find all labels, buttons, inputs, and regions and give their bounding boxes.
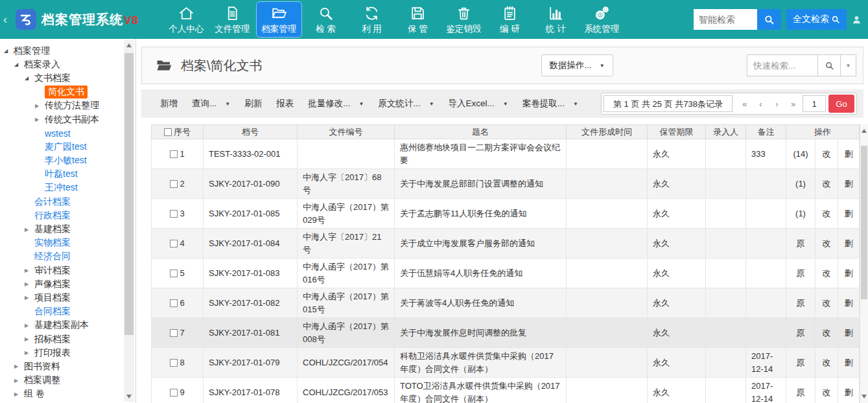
row-checkbox[interactable]: [170, 150, 178, 158]
delete-link[interactable]: 删: [838, 229, 860, 259]
tree-node-selected[interactable]: 简化文书: [0, 86, 135, 99]
row-checkbox[interactable]: [170, 359, 178, 367]
column-header[interactable]: 录入人: [706, 125, 746, 139]
tree-collapsed-icon[interactable]: ▶: [35, 103, 45, 109]
edit-link[interactable]: 改: [815, 288, 838, 318]
nav-tab-search[interactable]: 检 索: [303, 0, 349, 39]
tree-node[interactable]: 合同档案: [0, 305, 135, 319]
tree-node[interactable]: ▶基建档案: [0, 222, 135, 236]
last-page-button[interactable]: »: [785, 95, 801, 112]
tree-collapsed-icon[interactable]: ▶: [14, 363, 24, 369]
original-link[interactable]: 原: [786, 318, 815, 348]
quick-search-options-button[interactable]: ▼: [841, 54, 856, 76]
tree-node[interactable]: ▶项目档案: [0, 291, 135, 305]
tree-expanded-icon[interactable]: ◢: [14, 62, 24, 67]
tree-node[interactable]: ▶传统文书副本: [0, 113, 135, 126]
toolbar-button[interactable]: 批量修改...▼: [302, 94, 369, 113]
row-checkbox[interactable]: [170, 180, 178, 188]
edit-link[interactable]: 改: [815, 318, 838, 348]
original-link[interactable]: 原: [786, 288, 815, 318]
tree-node[interactable]: ▶审计档案: [0, 264, 135, 277]
table-row[interactable]: 1TEST-3333-02-001惠州德赛地块项目一二期方案评审会会议纪要永久3…: [152, 139, 860, 169]
tree-node[interactable]: 李小敏test: [0, 154, 135, 168]
table-row[interactable]: 9SJKY-2017-01-078COHL/JZCG/2017/053TOTO卫…: [152, 378, 860, 403]
delete-link[interactable]: 删: [838, 288, 860, 318]
column-header[interactable]: 操作: [786, 125, 860, 139]
delete-link[interactable]: 删: [838, 259, 860, 288]
data-operations-button[interactable]: 数据操作... ▼: [541, 54, 613, 76]
tree-collapsed-icon[interactable]: ▶: [25, 295, 34, 301]
tree-expanded-icon[interactable]: ◢: [4, 48, 14, 54]
original-link[interactable]: 原: [786, 348, 815, 378]
delete-link[interactable]: 删: [838, 318, 860, 348]
toolbar-button[interactable]: 导入Excel...▼: [443, 94, 514, 113]
smart-search-button[interactable]: [757, 9, 781, 30]
tree-expanded-icon[interactable]: ◢: [25, 75, 34, 81]
tree-node[interactable]: 经济合同: [0, 250, 135, 264]
tree-node[interactable]: 实物档案: [0, 236, 135, 250]
delete-link[interactable]: 删: [838, 348, 860, 378]
tree-node[interactable]: 会计档案: [0, 195, 135, 209]
row-checkbox[interactable]: [170, 389, 178, 397]
delete-link[interactable]: 删: [838, 139, 860, 169]
nav-tab-archive-management[interactable]: 档案管理: [256, 1, 302, 38]
column-header[interactable]: 备注: [746, 125, 786, 139]
edit-link[interactable]: 改: [815, 139, 838, 169]
toolbar-button[interactable]: 查询...▼: [186, 94, 236, 113]
column-header[interactable]: 序号: [152, 125, 204, 139]
first-page-button[interactable]: «: [736, 95, 753, 112]
original-link[interactable]: 原: [786, 378, 815, 403]
original-link[interactable]: (1): [786, 199, 815, 229]
edit-link[interactable]: 改: [815, 199, 838, 229]
original-link[interactable]: (1): [786, 169, 815, 199]
toolbar-button[interactable]: 原文统计...▼: [372, 94, 440, 113]
tree-node[interactable]: 行政档案: [0, 209, 135, 222]
tree-collapsed-icon[interactable]: ▶: [25, 268, 34, 273]
row-checkbox[interactable]: [170, 270, 178, 277]
tree-node[interactable]: wstest: [0, 126, 135, 140]
tree-node[interactable]: ▶传统方法整理: [0, 99, 135, 113]
tree-node[interactable]: ▶组 卷: [0, 387, 135, 401]
toolbar-button[interactable]: 案卷提取...▼: [517, 94, 584, 113]
tree-node[interactable]: ▶招标档案: [0, 332, 135, 346]
tree-node[interactable]: ▶档案调整: [0, 374, 135, 387]
toolbar-button[interactable]: 报表: [270, 94, 299, 113]
scroll-up-icon[interactable]: [860, 126, 868, 136]
next-page-button[interactable]: ›: [769, 95, 785, 112]
quick-search-button[interactable]: [818, 54, 841, 76]
tree-node[interactable]: 麦广园test: [0, 140, 135, 154]
quick-search-input[interactable]: [747, 54, 818, 76]
user-icon[interactable]: [852, 15, 862, 25]
tree-node[interactable]: 叶磊test: [0, 168, 135, 181]
tree-node[interactable]: ▶基建档案副本: [0, 319, 135, 332]
table-row[interactable]: 6SJKY-2017-01-082中海人函字（2017）第015号关于蒋波等4人…: [152, 288, 860, 318]
tree-collapsed-icon[interactable]: ▶: [14, 378, 24, 384]
toolbar-button[interactable]: 新增: [154, 94, 183, 113]
delete-link[interactable]: 删: [838, 199, 860, 229]
tree-node[interactable]: ◢文书档案: [0, 71, 135, 85]
nav-tab-file-management[interactable]: 文件管理: [209, 0, 255, 39]
nav-tab-appraisal-destruction[interactable]: 鉴定销毁: [441, 0, 487, 39]
row-checkbox[interactable]: [170, 329, 178, 337]
nav-tab-statistics[interactable]: 统 计: [533, 0, 579, 39]
fulltext-search-button[interactable]: 全文检索: [786, 9, 847, 30]
page-number-input[interactable]: [803, 95, 826, 112]
edit-link[interactable]: 改: [815, 229, 838, 259]
table-row[interactable]: 8SJKY-2017-01-079COHL/JZCG/2017/054科勒卫浴洁…: [152, 348, 860, 378]
table-row[interactable]: 5SJKY-2017-01-083中海人函字（2017）第016号关于伍慧娟等4…: [152, 259, 860, 288]
sidebar-scrollbar[interactable]: [124, 40, 134, 402]
column-header[interactable]: 文件形成时间: [567, 125, 648, 139]
table-row[interactable]: 3SJKY-2017-01-085中海人函字（2017）第029号关于孟志鹏等1…: [152, 199, 860, 229]
original-link[interactable]: 原: [786, 229, 815, 259]
table-row[interactable]: 7SJKY-2017-01-081中海人函字（2017）第008号关于中海发展作…: [152, 318, 860, 348]
row-checkbox[interactable]: [170, 299, 178, 307]
nav-tab-personal-center[interactable]: 个人中心: [163, 0, 209, 39]
tree-collapsed-icon[interactable]: ▶: [35, 117, 45, 122]
tree-collapsed-icon[interactable]: ▶: [14, 391, 24, 397]
nav-tab-storage[interactable]: 保 管: [395, 0, 441, 39]
column-header[interactable]: 档号: [204, 125, 298, 139]
original-link[interactable]: (14): [786, 139, 815, 169]
row-checkbox[interactable]: [170, 210, 178, 218]
go-button[interactable]: Go: [828, 95, 854, 113]
scroll-down-icon[interactable]: [860, 391, 868, 402]
